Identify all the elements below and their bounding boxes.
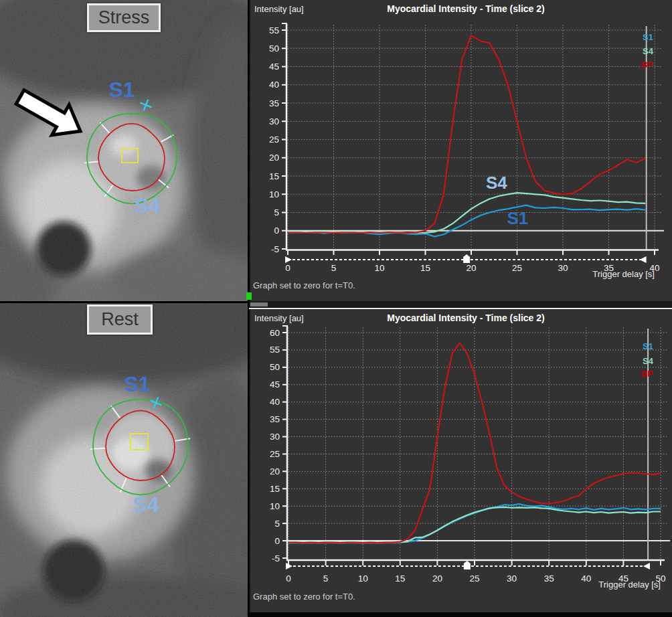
y-tick-label: 25 — [270, 449, 280, 459]
stress-s1-segment-label: S1 — [108, 78, 135, 102]
y-tick-label: 60 — [270, 328, 280, 338]
x-tick-label: 30 — [507, 574, 517, 584]
stress-intensity-chart: Intensity [au] Myocardial Intensity - Ti… — [249, 0, 672, 301]
rest-intensity-chart: Intensity [au] Myocardial Intensity - Ti… — [249, 309, 672, 612]
y-tick-label: 45 — [269, 62, 279, 72]
rest-s1-segment-label: S1 — [124, 372, 150, 396]
slider-right-arrow-icon[interactable] — [643, 563, 650, 569]
stress-mri-image — [0, 0, 248, 301]
scrollbar-thumb[interactable] — [250, 302, 268, 306]
legend-item-s4: S4 — [643, 46, 654, 56]
chart-title: Myocardial Intensity - Time (slice 2) — [387, 313, 544, 323]
legend-item-s1: S1 — [643, 32, 653, 42]
rest-series-tag-text: Rest — [101, 309, 139, 330]
series-line-BP — [288, 35, 645, 233]
slider-left-arrow-icon[interactable] — [285, 256, 292, 263]
slider-thumb[interactable] — [464, 561, 471, 569]
y-tick-label: 35 — [269, 98, 279, 108]
x-tick-label: 0 — [285, 263, 290, 273]
plot-area: -505101520253035404550550510152025303540… — [269, 23, 664, 273]
x-tick-label: 5 — [331, 263, 337, 273]
y-tick-label: 40 — [270, 397, 280, 407]
x-tick-label: 10 — [358, 574, 368, 584]
y-tick-label: 15 — [269, 171, 279, 181]
legend-item-bp: BP — [641, 369, 653, 379]
chart-title: Myocardial Intensity - Time (slice 2) — [387, 3, 544, 14]
y-tick-label: -5 — [271, 244, 279, 254]
status-text: Graph set to zero for t=T0. — [253, 280, 355, 290]
y-tick-label: 25 — [269, 135, 279, 145]
y-tick-label: 15 — [270, 484, 280, 494]
y-tick-label: 5 — [274, 207, 279, 217]
stress-mri-viewport[interactable]: S1 S4 — [0, 0, 248, 301]
legend-item-s1: S1 — [643, 341, 653, 351]
y-tick-label: -5 — [272, 553, 280, 563]
y-tick-label: 30 — [270, 432, 280, 442]
y-tick-label: 55 — [270, 345, 280, 355]
perfusion-analysis-window: S1 S4 S1 S4 Stre — [0, 0, 672, 617]
panel-divider-scrollbar[interactable] — [249, 301, 672, 309]
y-tick-label: 10 — [269, 189, 279, 199]
status-text: Graph set to zero for t=T0. — [253, 592, 355, 602]
rest-s4-segment-label: S4 — [133, 493, 159, 517]
series-line-S4 — [288, 193, 645, 233]
y-tick-label: 40 — [269, 80, 279, 90]
x-tick-label: 15 — [395, 574, 405, 584]
rest-series-tag: Rest — [87, 304, 153, 335]
y-tick-label: 20 — [270, 466, 280, 476]
y-tick-label: 20 — [269, 153, 279, 163]
y-tick-label: 50 — [269, 43, 279, 54]
x-tick-label: 40 — [581, 574, 591, 584]
window-bottom-edge — [249, 612, 672, 617]
curve-annotation: S1 — [507, 208, 528, 228]
y-tick-label: 5 — [274, 519, 280, 529]
y-tick-label: 0 — [274, 226, 279, 236]
x-tick-label: 5 — [323, 574, 329, 584]
rest-mri-viewport[interactable]: S1 S4 — [0, 303, 248, 617]
y-axis-title: Intensity [au] — [254, 4, 304, 14]
curve-annotation: S4 — [486, 173, 507, 193]
stress-series-tag: Stress — [87, 3, 161, 32]
x-tick-label: 20 — [466, 263, 476, 273]
x-axis-title: Trigger delay [s] — [598, 580, 661, 590]
y-tick-label: 45 — [270, 379, 280, 389]
x-tick-label: 15 — [420, 263, 430, 273]
frame-indicator — [246, 292, 252, 300]
x-tick-label: 0 — [286, 574, 291, 584]
x-axis-title: Trigger delay [s] — [592, 269, 655, 279]
plot-area: -505101520253035404550556005101520253035… — [270, 326, 670, 584]
y-tick-label: 55 — [269, 25, 279, 35]
y-tick-label: 50 — [270, 362, 280, 372]
x-tick-label: 20 — [432, 574, 442, 584]
x-tick-label: 25 — [469, 574, 479, 584]
x-tick-label: 25 — [512, 263, 522, 273]
stress-series-tag-text: Stress — [98, 7, 150, 28]
x-tick-label: 30 — [558, 263, 568, 273]
y-tick-label: 30 — [269, 116, 279, 126]
rest-mri-image — [0, 303, 248, 617]
y-tick-label: 35 — [270, 414, 280, 424]
y-tick-label: 0 — [274, 536, 280, 546]
legend-item-bp: BP — [641, 60, 653, 70]
slider-thumb[interactable] — [463, 254, 470, 263]
x-tick-label: 10 — [374, 263, 384, 273]
slider-right-arrow-icon[interactable] — [640, 256, 647, 263]
stress-s4-segment-label: S4 — [134, 193, 160, 217]
x-tick-label: 35 — [544, 574, 554, 584]
y-axis-title: Intensity [au] — [254, 313, 304, 323]
legend-item-s4: S4 — [643, 356, 654, 366]
y-tick-label: 10 — [270, 501, 280, 511]
